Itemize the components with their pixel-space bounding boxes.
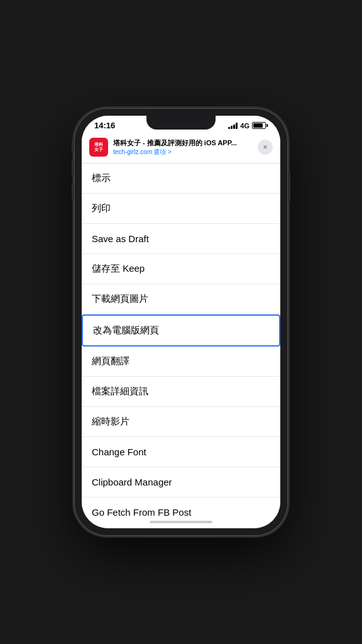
signal-bars-icon — [228, 123, 238, 129]
close-button[interactable]: × — [258, 140, 273, 155]
menu-item-translate[interactable]: 網頁翻譯T — [82, 347, 280, 377]
site-title: 塔科女子 - 推薦及評測好用的 iOS APP... — [113, 138, 253, 148]
menu-item-save-to-keep[interactable]: 儲存至 Keep — [82, 254, 280, 284]
menu-item-go-fetch-fb[interactable]: Go Fetch From FB Post — [82, 497, 280, 517]
menu-item-desktop-mode[interactable]: 改為電腦版網頁 — [82, 314, 280, 347]
menu-item-label-download-webpage-image: 下載網頁圖片 — [92, 293, 148, 305]
menu-item-clipboard-manager[interactable]: Clipboard Manager — [82, 467, 280, 497]
site-favicon: 塔科 女子 — [89, 138, 108, 157]
menu-item-save-as-draft[interactable]: Save as DraftW — [82, 224, 280, 254]
menu-item-timelapse[interactable]: 縮時影片 — [82, 407, 280, 437]
home-indicator — [82, 517, 280, 528]
menu-item-label-save-as-draft: Save as Draft — [92, 233, 149, 244]
menu-item-label-change-font: Change Font — [92, 447, 146, 457]
menu-item-file-info[interactable]: 檔案詳細資訊 — [82, 377, 280, 407]
menu-item-label-print: 列印 — [92, 203, 111, 214]
notch — [146, 116, 216, 130]
site-url: tech-girlz.com 選項 > — [113, 148, 253, 157]
status-icons: 4G — [228, 122, 268, 130]
phone-frame: 14:16 4G 塔科 女子 — [74, 108, 288, 536]
menu-item-label-go-fetch-fb: Go Fetch From FB Post — [92, 507, 191, 517]
menu-item-change-font[interactable]: Change FontT — [82, 437, 280, 467]
phone-screen: 14:16 4G 塔科 女子 — [82, 116, 280, 528]
menu-item-label-timelapse: 縮時影片 — [92, 416, 129, 428]
battery-icon — [252, 122, 268, 129]
menu-item-label-translate: 網頁翻譯 — [92, 355, 129, 367]
site-info: 塔科女子 - 推薦及評測好用的 iOS APP... tech-girlz.co… — [113, 138, 253, 157]
menu-item-download-webpage-image[interactable]: 下載網頁圖片 — [82, 284, 280, 314]
address-bar: 塔科 女子 塔科女子 - 推薦及評測好用的 iOS APP... tech-gi… — [89, 138, 273, 157]
menu-item-markup[interactable]: 標示 — [82, 164, 280, 194]
status-time: 14:16 — [94, 121, 115, 130]
network-type: 4G — [240, 122, 250, 130]
home-bar — [150, 521, 212, 523]
power-button — [288, 171, 290, 203]
browser-header: 塔科 女子 塔科女子 - 推薦及評測好用的 iOS APP... tech-gi… — [82, 133, 280, 164]
volume-up-button — [72, 158, 74, 176]
menu-item-label-clipboard-manager: Clipboard Manager — [92, 477, 172, 487]
menu-list: 標示列印Save as DraftW儲存至 Keep下載網頁圖片改為電腦版網頁網… — [82, 164, 280, 517]
silent-switch — [72, 140, 74, 152]
menu-item-label-save-to-keep: 儲存至 Keep — [92, 263, 145, 275]
menu-item-label-markup: 標示 — [92, 172, 111, 184]
menu-item-label-desktop-mode: 改為電腦版網頁 — [93, 325, 159, 336]
volume-down-button — [72, 182, 74, 200]
menu-item-print[interactable]: 列印 — [82, 194, 280, 224]
menu-item-label-file-info: 檔案詳細資訊 — [92, 386, 148, 397]
